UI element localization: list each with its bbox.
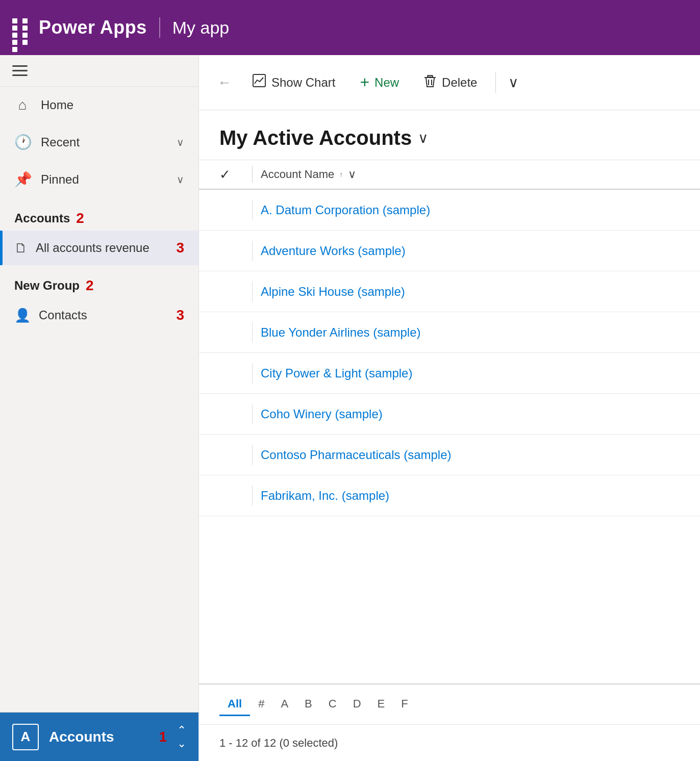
account-name-cell[interactable]: Fabrikam, Inc. (sample) <box>261 489 389 503</box>
new-group-section-label: New Group <box>14 278 80 293</box>
table-row[interactable]: A. Datum Corporation (sample) <box>199 190 700 231</box>
avatar-letter: A <box>21 729 31 745</box>
svg-rect-1 <box>428 75 433 77</box>
page-letter-b[interactable]: B <box>296 693 320 716</box>
recent-icon: 🕐 <box>14 134 31 150</box>
sidebar-nav: ⌂ Home 🕐 Recent ∨ 📌 Pinned ∨ Accounts 2 <box>0 87 198 712</box>
account-name-cell[interactable]: Coho Winery (sample) <box>261 407 383 421</box>
main-layout: ⌂ Home 🕐 Recent ∨ 📌 Pinned ∨ Accounts 2 <box>0 55 700 761</box>
sort-icons: ↑ <box>339 171 343 178</box>
sidebar-recent-label: Recent <box>41 135 166 149</box>
page-letter-a[interactable]: A <box>272 693 296 716</box>
sidebar-link-all-accounts-revenue[interactable]: 🗋 All accounts revenue 3 <box>0 231 198 265</box>
new-label: New <box>374 75 399 90</box>
table-row[interactable]: Coho Winery (sample) <box>199 394 700 435</box>
main-content: ← Show Chart + New <box>199 55 700 761</box>
table-row[interactable]: Adventure Works (sample) <box>199 231 700 271</box>
toolbar-divider <box>495 72 496 93</box>
accounts-table-body: A. Datum Corporation (sample) Adventure … <box>199 190 700 683</box>
account-name-cell[interactable]: Adventure Works (sample) <box>261 244 406 258</box>
sidebar: ⌂ Home 🕐 Recent ∨ 📌 Pinned ∨ Accounts 2 <box>0 55 199 761</box>
accounts-section-label: Accounts <box>14 211 70 225</box>
account-name-column-header[interactable]: Account Name ↑ ∨ <box>261 168 356 181</box>
new-group-section-header: New Group 2 <box>0 265 198 298</box>
row-divider <box>252 322 253 343</box>
pinned-chevron-icon: ∨ <box>177 173 184 186</box>
sidebar-footer[interactable]: A Accounts 1 ⌃⌄ <box>0 712 198 761</box>
sidebar-item-pinned[interactable]: 📌 Pinned ∨ <box>0 161 198 198</box>
home-icon: ⌂ <box>14 97 31 113</box>
chevron-down-icon: ∨ <box>508 74 519 90</box>
sidebar-home-label: Home <box>41 98 184 112</box>
table-row[interactable]: Blue Yonder Airlines (sample) <box>199 312 700 353</box>
active-indicator <box>0 231 3 265</box>
page-letter-c[interactable]: C <box>320 693 345 716</box>
delete-button[interactable]: Delete <box>413 68 487 96</box>
view-title-bar: My Active Accounts ∨ <box>199 110 700 160</box>
contacts-label: Contacts <box>39 308 168 322</box>
accounts-revenue-label: All accounts revenue <box>36 241 168 255</box>
new-group-section-badge: 2 <box>86 277 94 294</box>
sidebar-item-recent[interactable]: 🕐 Recent ∨ <box>0 123 198 161</box>
new-button[interactable]: + New <box>349 68 409 97</box>
row-divider <box>252 282 253 302</box>
table-row[interactable]: Alpine Ski House (sample) <box>199 271 700 312</box>
page-letter-f[interactable]: F <box>393 693 416 716</box>
status-bar: 1 - 12 of 12 (0 selected) <box>199 724 700 761</box>
select-all-checkbox[interactable]: ✓ <box>219 167 244 183</box>
sidebar-link-contacts[interactable]: 👤 Contacts 3 <box>0 298 198 333</box>
view-title: My Active Accounts <box>219 126 412 149</box>
page-letter-all[interactable]: All <box>219 693 250 716</box>
more-options-button[interactable]: ∨ <box>504 70 523 95</box>
sort-desc-icon[interactable]: ∨ <box>348 168 356 181</box>
row-divider <box>252 445 253 465</box>
show-chart-label: Show Chart <box>271 75 335 90</box>
pagination-bar: All # A B C D E F <box>199 683 700 724</box>
chart-icon <box>252 73 266 91</box>
table-row[interactable]: City Power & Light (sample) <box>199 353 700 394</box>
footer-accounts-label: Accounts <box>49 729 148 745</box>
app-grid-icon[interactable] <box>12 18 31 37</box>
account-name-cell[interactable]: Blue Yonder Airlines (sample) <box>261 325 421 340</box>
account-name-cell[interactable]: Contoso Pharmaceuticals (sample) <box>261 448 452 462</box>
show-chart-button[interactable]: Show Chart <box>242 68 345 96</box>
app-title: Power Apps <box>39 17 147 38</box>
col-divider <box>252 166 253 183</box>
svg-rect-0 <box>253 74 265 87</box>
page-letter-d[interactable]: D <box>345 693 369 716</box>
footer-badge: 1 <box>159 729 167 745</box>
account-name-header-label: Account Name <box>261 168 334 181</box>
account-name-cell[interactable]: Alpine Ski House (sample) <box>261 285 405 299</box>
table-row[interactable]: Fabrikam, Inc. (sample) <box>199 475 700 516</box>
footer-avatar: A <box>12 724 39 750</box>
page-letter-hash[interactable]: # <box>250 693 272 716</box>
accounts-revenue-badge: 3 <box>176 240 184 256</box>
new-plus-icon: + <box>360 73 369 92</box>
sidebar-top <box>0 55 198 87</box>
table-header: ✓ Account Name ↑ ∨ <box>199 160 700 190</box>
accounts-revenue-icon: 🗋 <box>14 240 28 256</box>
status-text: 1 - 12 of 12 (0 selected) <box>219 737 338 750</box>
account-name-cell[interactable]: City Power & Light (sample) <box>261 366 412 380</box>
hamburger-menu[interactable] <box>12 65 28 76</box>
table-row[interactable]: Contoso Pharmaceuticals (sample) <box>199 435 700 475</box>
account-name-cell[interactable]: A. Datum Corporation (sample) <box>261 203 430 217</box>
row-divider <box>252 404 253 424</box>
page-letter-e[interactable]: E <box>369 693 393 716</box>
row-divider <box>252 241 253 261</box>
pinned-icon: 📌 <box>14 171 31 188</box>
footer-chevron-icon: ⌃⌄ <box>177 724 186 750</box>
view-title-chevron-icon[interactable]: ∨ <box>418 130 429 146</box>
sort-asc-icon: ↑ <box>339 171 343 178</box>
recent-chevron-icon: ∨ <box>177 136 184 148</box>
accounts-section-badge: 2 <box>76 210 84 226</box>
back-icon: ← <box>217 74 232 90</box>
app-header: Power Apps My app <box>0 0 700 55</box>
my-app-label: My app <box>172 18 230 38</box>
svg-rect-2 <box>424 77 436 78</box>
row-divider <box>252 486 253 506</box>
back-button[interactable]: ← <box>211 70 238 95</box>
sidebar-item-home[interactable]: ⌂ Home <box>0 87 198 123</box>
accounts-section-header: Accounts 2 <box>0 198 198 231</box>
row-divider <box>252 200 253 220</box>
